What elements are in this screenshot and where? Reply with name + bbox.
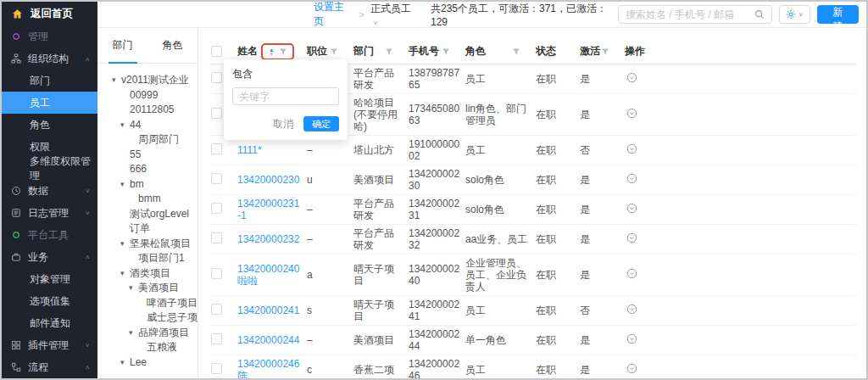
- position-cell: u: [307, 174, 353, 186]
- circle-chevron-down-icon[interactable]: [626, 304, 637, 315]
- caret-down-icon[interactable]: ▾: [120, 355, 130, 371]
- tree-node[interactable]: 威士忌子项目: [97, 310, 198, 326]
- circle-chevron-down-icon[interactable]: [626, 232, 637, 243]
- tree-node[interactable]: bmm: [97, 192, 198, 207]
- sidebar-item[interactable]: 日志管理∨: [2, 202, 97, 224]
- breadcrumb-current[interactable]: 正式员工∨: [370, 2, 417, 28]
- employee-name-link[interactable]: 13420000244: [237, 334, 299, 346]
- tree-node[interactable]: ▾v2011测试企业: [97, 73, 198, 88]
- tree-node[interactable]: 测试orgLevel: [97, 207, 198, 222]
- row-checkbox[interactable]: [211, 72, 222, 83]
- caret-down-icon[interactable]: ▾: [120, 266, 130, 282]
- row-checkbox[interactable]: [211, 363, 222, 374]
- search-icon[interactable]: [754, 9, 765, 20]
- tree-node[interactable]: ▾bm: [97, 177, 198, 193]
- sidebar-item[interactable]: 多维度权限管理: [2, 158, 97, 180]
- sidebar-item[interactable]: 角色: [2, 114, 97, 136]
- circle-chevron-down-icon[interactable]: [626, 173, 637, 184]
- filter-keyword-input[interactable]: [232, 87, 339, 105]
- filter-confirm-button[interactable]: 确定: [303, 116, 339, 131]
- circle-chevron-down-icon[interactable]: [626, 268, 637, 279]
- employee-name-link[interactable]: 13420000241: [237, 305, 299, 316]
- circle-chevron-down-icon[interactable]: [626, 143, 637, 154]
- sidebar-item[interactable]: 业务∧: [2, 246, 97, 268]
- tree-node[interactable]: 周周部门: [97, 132, 198, 148]
- caret-down-icon[interactable]: ▾: [120, 237, 130, 252]
- breadcrumb-home-link[interactable]: 设置主页: [314, 0, 353, 29]
- tree-node-label: bmm: [138, 192, 161, 207]
- employee-name-link[interactable]: 13420000240啦啦: [237, 263, 299, 287]
- sidebar-item[interactable]: 部门: [2, 70, 97, 92]
- employee-name-link[interactable]: 13420000246陈: [237, 358, 299, 380]
- row-checkbox[interactable]: [211, 304, 222, 315]
- row-checkbox[interactable]: [211, 173, 222, 184]
- content-row: 部门角色 ▾v2011测试企业0099920112805▾44周周部门55666…: [97, 28, 866, 378]
- tree-node[interactable]: ▾品牌酒项目: [97, 326, 198, 341]
- caret-down-icon[interactable]: ▾: [120, 118, 130, 133]
- funnel-icon[interactable]: [442, 48, 450, 56]
- employee-name-link[interactable]: 13420000231-1: [237, 198, 299, 221]
- circle-chevron-down-icon[interactable]: [626, 108, 637, 119]
- tree-node[interactable]: 订单: [97, 221, 198, 237]
- tree-node[interactable]: 啤酒子项目: [97, 296, 198, 311]
- sidebar-item[interactable]: 平台工具: [2, 224, 97, 246]
- tree-node[interactable]: ▾美酒项目: [97, 281, 198, 296]
- funnel-icon[interactable]: [385, 48, 393, 56]
- sidebar-item[interactable]: 对象管理: [2, 268, 97, 290]
- sidebar-item[interactable]: 流程∧: [2, 356, 97, 378]
- circle-chevron-down-icon[interactable]: [626, 333, 637, 344]
- circle-chevron-down-icon[interactable]: [626, 203, 637, 214]
- row-checkbox[interactable]: [211, 108, 222, 119]
- row-checkbox[interactable]: [211, 268, 222, 279]
- caret-down-icon[interactable]: ▾: [129, 326, 138, 341]
- tree-node[interactable]: 20112805: [97, 103, 198, 118]
- circle-chevron-down-icon[interactable]: [626, 363, 637, 374]
- caret-down-icon[interactable]: ▾: [129, 281, 138, 296]
- tree-node[interactable]: ▾坚果松鼠项目: [97, 237, 198, 252]
- employee-name-link[interactable]: 13420000230: [237, 174, 299, 186]
- funnel-icon[interactable]: [512, 48, 520, 56]
- tab-roles[interactable]: 角色: [147, 28, 198, 63]
- table-row: 1111* – 塔山北方 19100000002 员工 在职 否: [209, 136, 856, 165]
- sidebar-item[interactable]: 插件管理∨: [2, 334, 97, 356]
- tree-node[interactable]: 项目部门1: [97, 251, 198, 266]
- tree-node[interactable]: 五粮液: [97, 340, 198, 355]
- funnel-icon[interactable]: [279, 48, 287, 56]
- tree-node[interactable]: 55: [97, 148, 198, 163]
- circle-chevron-down-icon[interactable]: [626, 72, 637, 83]
- sidebar-item[interactable]: 选项值集: [2, 290, 97, 312]
- caret-down-icon[interactable]: ▾: [120, 177, 130, 193]
- sorter-icon[interactable]: ▲▼: [269, 48, 274, 56]
- employee-name-link[interactable]: 13420000232: [237, 233, 299, 245]
- caret-down-icon[interactable]: ▾: [112, 73, 121, 88]
- row-checkbox[interactable]: [211, 333, 222, 344]
- sidebar-item[interactable]: 组织结构∧: [2, 48, 97, 70]
- search-input[interactable]: [626, 8, 749, 20]
- settings-button[interactable]: ∨: [779, 5, 810, 24]
- tree-node-label: 20112805: [130, 103, 175, 118]
- row-checkbox[interactable]: [211, 203, 222, 214]
- tree-node[interactable]: 666: [97, 162, 198, 177]
- funnel-icon[interactable]: [330, 48, 338, 56]
- logo[interactable]: 返回首页: [2, 2, 97, 25]
- create-button[interactable]: 新建: [817, 5, 859, 24]
- funnel-icon[interactable]: [601, 48, 609, 56]
- select-all-checkbox[interactable]: [211, 46, 222, 57]
- tab-departments[interactable]: 部门: [97, 28, 147, 63]
- position-cell: –: [307, 144, 353, 156]
- row-checkbox[interactable]: [211, 143, 222, 154]
- log-icon: [11, 208, 21, 218]
- table-row: 13420000244 – 美酒项目 13420000244 单一角色 在职 是: [209, 326, 856, 355]
- row-checkbox[interactable]: [211, 232, 222, 243]
- sidebar-item[interactable]: 员工: [2, 92, 97, 114]
- sidebar-item[interactable]: 数据∨: [2, 180, 97, 202]
- sidebar-item[interactable]: 邮件通知: [2, 312, 97, 334]
- sidebar-item[interactable]: 管理: [2, 25, 97, 48]
- sidebar-item-label: 对象管理: [30, 272, 70, 287]
- filter-cancel-button[interactable]: 取消: [273, 117, 293, 131]
- employee-name-link[interactable]: 1111*: [237, 144, 262, 156]
- tree-node[interactable]: ▾酒类项目: [97, 266, 198, 282]
- tree-node[interactable]: ▾Lee: [97, 355, 198, 371]
- tree-node[interactable]: 00999: [97, 88, 198, 103]
- tree-node[interactable]: ▾44: [97, 118, 198, 133]
